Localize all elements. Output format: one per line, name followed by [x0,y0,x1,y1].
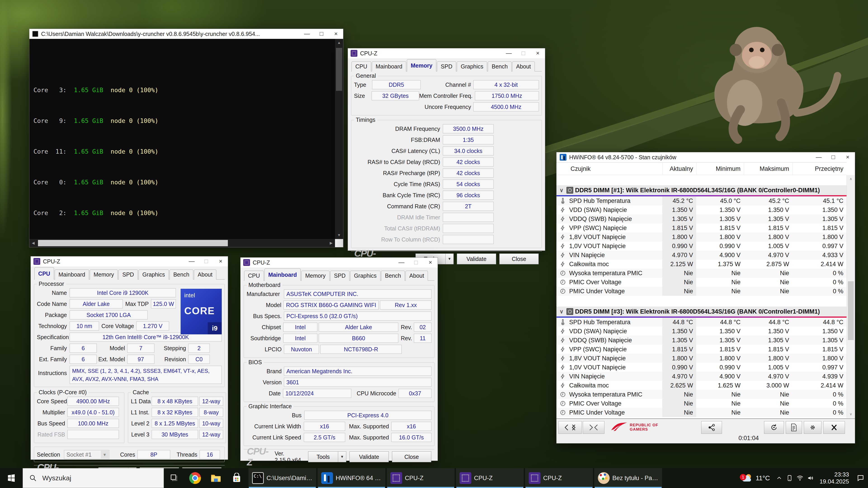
sensor-row[interactable]: PMIC Under Voltage Nie Nie Nie 0 % [557,408,846,417]
tools-dropdown-icon[interactable]: ▼ [445,254,454,264]
sensor-row[interactable]: Całkowita moc 2.125 W 1.375 W 2.875 W 2.… [557,260,846,269]
sensor-row[interactable]: VDD (SWA) Napięcie 1.350 V 1.350 V 1.350… [557,205,846,215]
terminal-horizontal-scrollbar[interactable]: ◀ ▶ [29,239,335,247]
sensor-row[interactable]: Wysoka temperatura PMIC Nie Nie Nie 0 % [557,269,846,278]
tab-graphics[interactable]: Graphics [138,269,169,280]
tab-mainboard[interactable]: Mainboard [372,61,406,71]
tab-mainboard[interactable]: Mainboard [265,268,301,281]
terminal-vertical-scrollbar[interactable]: ▲ ▼ [335,39,343,239]
task-view-button[interactable] [164,468,185,488]
terminal-output[interactable]: Core 3: 1.65 GiB node 0 (100%) Core 9: 1… [29,39,335,239]
hwinfo-title-bar[interactable]: HWiNFO® 64 v8.24-5700 - Stan czujników —… [557,152,855,162]
sensor-row[interactable]: 1,0V VOUT Napięcie 0.990 V 0.990 V 1.005… [557,363,846,372]
collapse-chevron-icon[interactable]: ∨ [557,187,566,193]
sensor-row[interactable]: VDD (SWA) Napięcie 1.350 V 1.350 V 1.350… [557,327,846,336]
weather-tray-button[interactable]: 1 11°C [738,472,774,484]
maximize-icon[interactable]: □ [826,152,840,162]
file-explorer-icon[interactable] [206,468,226,488]
sensor-row[interactable]: Całkowita moc 2.625 W 1.625 W 3.000 W 2.… [557,381,846,390]
search-box[interactable]: Wyszukaj [23,468,164,488]
tray-chevron-up-icon[interactable] [774,475,784,481]
validate-button[interactable]: Validate [349,451,389,462]
action-center-button[interactable] [853,474,868,482]
tab-bench[interactable]: Bench [488,61,512,71]
tab-spd[interactable]: SPD [437,61,456,71]
close-icon[interactable]: × [213,256,228,266]
sensor-row[interactable]: VIN Napięcie 4.970 V 4.900 V 4.970 V 4.9… [557,372,846,381]
taskbar-app-button[interactable]: CPU-Z [456,468,524,488]
taskbar-app-button[interactable]: CPU-Z [387,468,455,488]
cpuz-title-bar[interactable]: CPU-Z — □ × [348,48,545,58]
minimize-icon[interactable]: — [300,29,314,39]
tab-spd[interactable]: SPD [330,271,349,281]
close-icon[interactable]: × [530,48,545,58]
sensor-row[interactable]: SPD Hub Temperatura 45.2 °C 45.0 °C 45.2… [557,196,846,205]
minimize-icon[interactable]: — [184,256,199,266]
minimize-icon[interactable]: — [811,152,826,162]
sensor-row[interactable]: PMIC Over Voltage Nie Nie Nie 0 % [557,278,846,287]
tab-memory[interactable]: Memory [407,59,436,71]
validate-button[interactable]: Validate [457,254,496,264]
tab-bench[interactable]: Bench [381,271,405,281]
taskbar-app-button[interactable]: Bez tytułu - Paint [594,468,662,488]
cpuz-title-bar[interactable]: CPU-Z — □ × [31,256,228,266]
sensor-row[interactable]: SPD Hub Temperatura 44.8 °C 44.8 °C 44.8… [557,318,846,327]
share-button[interactable] [701,421,722,434]
scroll-down-icon[interactable]: ▼ [335,231,343,239]
tray-phone-icon[interactable] [784,475,795,481]
sensor-row[interactable]: 1,8V VOUT Napięcie 1.800 V 1.800 V 1.800… [557,232,846,241]
sensor-row[interactable]: VPP (SWC) Napięcie 1.815 V 1.815 V 1.815… [557,345,846,354]
tab-about[interactable]: About [194,269,216,280]
collapse-chevron-icon[interactable]: ∨ [557,308,566,315]
sensor-group-header-dimm1[interactable]: ∨ DDR5 DIMM [#1]: Wilk Elektronik IR-680… [557,185,846,195]
column-minimum[interactable]: Minimum [696,163,744,175]
maximize-icon[interactable]: □ [199,256,213,266]
socket-select[interactable]: Socket #1 ▼ [64,450,109,459]
tab-cpu[interactable]: CPU [34,267,54,280]
tab-about[interactable]: About [405,271,428,281]
maximize-icon[interactable]: □ [516,48,530,58]
scroll-up-icon[interactable]: ∧ [847,175,855,183]
tray-volume-icon[interactable] [805,475,815,482]
sensor-row[interactable]: 1,8V VOUT Napięcie 1.800 V 1.800 V 1.800… [557,354,846,363]
column-sensor[interactable]: Czujnik [569,165,662,172]
tab-spd[interactable]: SPD [119,269,138,280]
collapse-left-button[interactable] [558,421,582,434]
close-icon[interactable]: × [840,152,855,162]
scroll-right-icon[interactable]: ▶ [327,239,335,247]
start-button[interactable] [0,468,23,488]
settings-button[interactable] [804,421,822,434]
close-icon[interactable]: × [329,29,343,39]
tools-button[interactable]: Tools [308,451,338,462]
reset-values-button[interactable] [764,421,784,434]
column-current[interactable]: Aktualny [662,163,696,175]
sensor-row[interactable]: VDDQ (SWB) Napięcie 1.305 V 1.305 V 1.30… [557,215,846,223]
collapse-all-button[interactable] [583,421,604,434]
minimize-icon[interactable]: — [394,258,409,267]
tab-memory[interactable]: Memory [90,269,118,280]
scroll-up-icon[interactable]: ▲ [335,39,343,46]
tray-wifi-icon[interactable] [795,475,805,482]
sensor-row[interactable]: VIN Napięcie 4.970 V 4.900 V 4.970 V 4.9… [557,251,846,260]
sensor-row[interactable]: VPP (SWC) Napięcie 1.815 V 1.815 V 1.815… [557,223,846,232]
hwinfo-vertical-scrollbar[interactable]: ∧ ∨ [846,175,855,418]
report-button[interactable] [786,421,802,434]
taskbar-app-button[interactable]: CPU-Z [525,468,593,488]
tab-mainboard[interactable]: Mainboard [55,269,89,280]
sensor-group-header-dimm3[interactable]: ∨ DDR5 DIMM [#3]: Wilk Elektronik IR-680… [557,306,846,317]
sensor-row[interactable]: VDDQ (SWB) Napięcie 1.305 V 1.305 V 1.30… [557,336,846,345]
tab-cpu[interactable]: CPU [244,271,264,281]
tab-graphics[interactable]: Graphics [457,61,487,71]
close-sensors-button[interactable] [823,421,845,434]
close-button[interactable]: Close [392,451,431,462]
column-maximum[interactable]: Maksimum [744,163,792,175]
taskbar-app-button[interactable]: C:\Users\Damian... [248,468,316,488]
sensor-row[interactable]: PMIC Over Voltage Nie Nie Nie 0 % [557,399,846,408]
microsoft-store-icon[interactable] [226,468,247,488]
cpuz-title-bar[interactable]: CPU-Z — □ × [241,258,438,267]
scroll-down-icon[interactable]: ∨ [847,410,855,418]
tools-dropdown-icon[interactable]: ▼ [338,451,346,462]
tab-about[interactable]: About [512,61,535,71]
tab-memory[interactable]: Memory [301,271,329,281]
chrome-icon[interactable] [185,468,206,488]
